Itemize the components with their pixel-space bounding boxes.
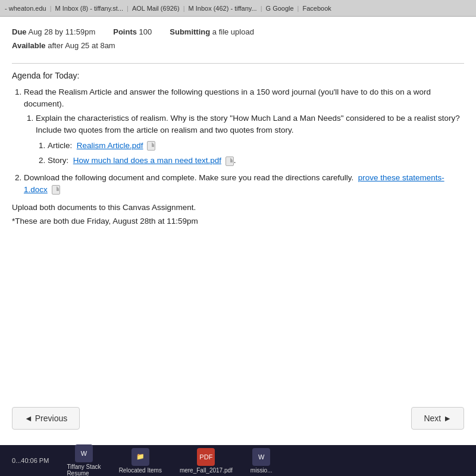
submitting-field: Submitting a file upload	[170, 26, 254, 39]
divider	[12, 63, 464, 64]
main-content: Due Aug 28 by 11:59pm Points 100 Submitt…	[0, 17, 476, 445]
sub-sub-item-2: Story: How much land does a man need tex…	[48, 154, 464, 167]
resume-label: Tiffany StackResume	[67, 464, 101, 476]
article-file-icon	[147, 141, 155, 151]
main-list: Read the Realism Article and answer the …	[24, 86, 464, 196]
sub-list-item-1: Explain the characteristics of realism. …	[36, 112, 464, 167]
relocated-icon: 📁	[131, 448, 149, 466]
assignment-meta: Due Aug 28 by 11:59pm Points 100 Submitt…	[12, 26, 464, 54]
article-link[interactable]: Realism Article.pdf	[77, 141, 143, 150]
tab-aol[interactable]: AOL Mail (6926)	[132, 5, 180, 12]
nav-buttons: ◄ Previous Next ►	[12, 407, 464, 436]
due-note: *These are both due Friday, August 28th …	[12, 217, 464, 226]
agenda-title: Agenda for Today:	[12, 71, 464, 80]
meta-row-1: Due Aug 28 by 11:59pm Points 100 Submitt…	[12, 26, 464, 39]
due-label: Due	[12, 27, 27, 36]
previous-button[interactable]: ◄ Previous	[12, 407, 80, 430]
list-item-1: Read the Realism Article and answer the …	[24, 86, 464, 167]
pdf-label: mere_Fall_2017.pdf	[180, 467, 233, 474]
submitting-label: Submitting	[170, 27, 210, 36]
missio-icon: W	[252, 448, 270, 466]
sub-sub-list: Article: Realism Article.pdf Story: How …	[48, 139, 464, 167]
points-label: Points	[113, 27, 137, 36]
tab-sep-1: |	[50, 5, 52, 12]
taskbar-missio[interactable]: W missio...	[250, 448, 273, 474]
points-value: 100	[139, 27, 152, 36]
item2-text: Download the following document and comp…	[24, 173, 353, 182]
story-label: Story:	[48, 156, 68, 165]
tab-bar: - wheaton.edu | M Inbox (8) - tiffany.st…	[0, 0, 476, 17]
points-field: Points 100	[113, 26, 152, 39]
available-label: Available	[12, 41, 46, 50]
tab-google[interactable]: G Google	[266, 5, 294, 12]
available-field: Available after Aug 25 at 8am	[12, 40, 115, 52]
item1-text: Read the Realism Article and answer the …	[24, 87, 431, 108]
tab-sep-2: |	[127, 5, 129, 12]
taskbar-time: 0...40:06 PM	[12, 457, 49, 464]
sub-sub-item-1: Article: Realism Article.pdf	[48, 139, 464, 152]
tab-inbox-8[interactable]: M Inbox (8) - tiffany.st...	[55, 5, 124, 12]
docx-file-icon	[52, 185, 60, 195]
taskbar-resume[interactable]: W Tiffany StackResume	[67, 444, 101, 476]
tab-wheaton[interactable]: - wheaton.edu	[5, 5, 46, 12]
meta-row-2: Available after Aug 25 at 8am	[12, 40, 464, 52]
list-item-2: Download the following document and comp…	[24, 172, 464, 196]
available-value: after Aug 25 at 8am	[48, 41, 115, 50]
tab-inbox-462[interactable]: M Inbox (462) - tiffany...	[189, 5, 257, 12]
due-value: Aug 28 by 11:59pm	[28, 27, 95, 36]
sub-list-1: Explain the characteristics of realism. …	[36, 112, 464, 167]
story-file-icon	[226, 156, 234, 166]
tab-sep-3: |	[183, 5, 185, 12]
tab-sep-5: |	[298, 5, 299, 12]
assignment-body: Agenda for Today: Read the Realism Artic…	[12, 71, 464, 401]
submitting-value: a file upload	[212, 27, 254, 36]
sub-item1-text: Explain the characteristics of realism. …	[36, 114, 460, 134]
story-link[interactable]: How much land does a man need text.pdf	[73, 156, 221, 165]
relocated-label: Relocated Items	[119, 467, 162, 474]
tab-facebook[interactable]: Facebook	[302, 5, 331, 12]
due-field: Due Aug 28 by 11:59pm	[12, 26, 95, 39]
upload-note: Upload both documents to this Canvas Ass…	[12, 203, 464, 212]
tab-sep-4: |	[261, 5, 262, 12]
taskbar-pdf[interactable]: PDF mere_Fall_2017.pdf	[180, 448, 233, 474]
pdf-icon: PDF	[197, 448, 215, 466]
taskbar: 0...40:06 PM W Tiffany StackResume 📁 Rel…	[0, 445, 476, 476]
taskbar-relocated[interactable]: 📁 Relocated Items	[119, 448, 162, 474]
next-button[interactable]: Next ►	[411, 407, 464, 430]
missio-label: missio...	[250, 467, 273, 474]
resume-icon: W	[75, 444, 93, 462]
article-label: Article:	[48, 141, 72, 150]
